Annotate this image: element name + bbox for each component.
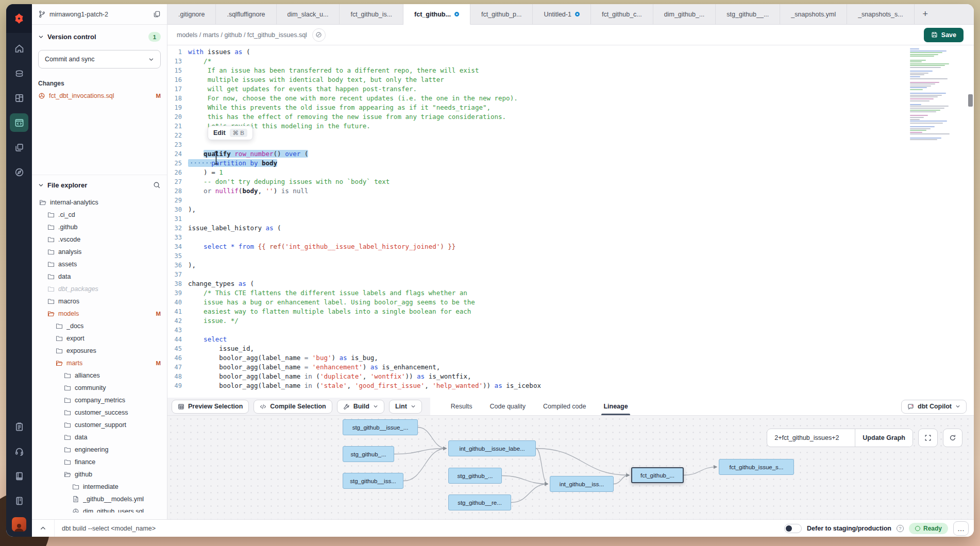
code-line[interactable]: 23: [167, 140, 974, 149]
file-tree-item[interactable]: data: [38, 270, 161, 283]
branch-name[interactable]: mirnawong1-patch-2: [49, 11, 149, 18]
build-button[interactable]: Build: [337, 400, 384, 414]
editor-tab[interactable]: dim_slack_u...: [277, 4, 340, 24]
file-tree-item[interactable]: engineering: [38, 443, 161, 456]
code-line[interactable]: 31: [167, 214, 974, 224]
lineage-panel[interactable]: stg_github__issue_...stg_github_...stg_g…: [167, 416, 974, 519]
avatar[interactable]: [12, 517, 26, 532]
editor-tab[interactable]: Untitled-1: [533, 4, 591, 24]
code-line[interactable]: 45 issue_id,: [167, 344, 974, 353]
file-tree-item[interactable]: internal-analytics: [38, 196, 161, 209]
status-badge[interactable]: Ready: [909, 523, 948, 534]
version-control-header[interactable]: Version control 1: [38, 32, 161, 42]
file-explorer-header[interactable]: File explorer: [38, 181, 161, 189]
clipboard-icon[interactable]: [10, 417, 28, 436]
code-line[interactable]: 49 boolor_agg(label_name in ('stale', 'g…: [167, 381, 974, 390]
file-tree-item[interactable]: _docs: [38, 320, 161, 332]
file-tree-item[interactable]: macros: [38, 295, 161, 308]
dbt-logo[interactable]: [6, 4, 32, 33]
dbt-copilot-button[interactable]: dbt Copilot: [901, 400, 967, 414]
code-line[interactable]: 40 issue has a bug or enhancement label.…: [167, 298, 974, 307]
code-line[interactable]: 30),: [167, 205, 974, 214]
lineage-node[interactable]: stg_github__issue_...: [343, 419, 418, 435]
file-tree-item[interactable]: .ci_cd: [38, 209, 161, 221]
code-line[interactable]: 35: [167, 251, 974, 261]
code-line[interactable]: 37: [167, 270, 974, 279]
code-line[interactable]: 13 /*: [167, 57, 974, 66]
code-line[interactable]: 36),: [167, 261, 974, 270]
stack-icon[interactable]: [10, 64, 28, 82]
file-tree-item[interactable]: community: [38, 382, 161, 394]
search-icon[interactable]: [153, 181, 161, 189]
editor-tab[interactable]: dim_github_...: [653, 4, 716, 24]
breadcrumb[interactable]: models / marts / github / fct_github_iss…: [177, 31, 307, 39]
lineage-node[interactable]: int_github__issue_labe...: [448, 440, 536, 456]
code-line[interactable]: 47 boolor_agg(label_name = 'enhancement'…: [167, 363, 974, 372]
editor-tab[interactable]: fct_github...: [403, 4, 470, 25]
compile-selection-button[interactable]: Compile Selection: [254, 400, 332, 414]
code-line[interactable]: 29: [167, 196, 974, 205]
lint-button[interactable]: Lint: [389, 400, 422, 414]
file-tree-item[interactable]: dim_github_users.sql: [38, 505, 161, 513]
file-tree-item[interactable]: data: [38, 431, 161, 443]
lineage-node[interactable]: fct_github_issue_s...: [719, 459, 794, 475]
lineage-node[interactable]: int_github__iss...: [550, 476, 614, 492]
minimap[interactable]: [910, 48, 961, 141]
home-icon[interactable]: [10, 39, 28, 58]
editor-tab[interactable]: stg_github__...: [716, 4, 780, 24]
command-input[interactable]: dbt build --select <model_name>: [62, 525, 156, 532]
file-tree-item[interactable]: export: [38, 332, 161, 345]
help-icon[interactable]: ?: [897, 525, 904, 532]
code-line[interactable]: 24 qualify row_number() over (: [167, 149, 974, 159]
editor-tab[interactable]: fct_github_p...: [470, 4, 533, 24]
editor-tab[interactable]: .gitignore: [167, 4, 216, 24]
grid-icon[interactable]: [10, 89, 28, 107]
code-line[interactable]: 39 /* This CTE flattens the different is…: [167, 288, 974, 298]
code-editor-icon[interactable]: [10, 113, 28, 132]
code-line[interactable]: 26 ) = 1: [167, 168, 974, 177]
result-tab[interactable]: Lineage: [603, 398, 628, 415]
view-docs-icon[interactable]: [312, 28, 326, 42]
save-button[interactable]: Save: [924, 28, 964, 42]
defer-toggle[interactable]: [784, 524, 802, 533]
code-line[interactable]: 22: [167, 131, 974, 140]
lineage-node[interactable]: fct_github_...: [631, 467, 684, 483]
code-line[interactable]: 43: [167, 326, 974, 335]
file-tree-item[interactable]: customer_support: [38, 419, 161, 431]
lineage-node[interactable]: stg_github_...: [343, 446, 394, 462]
file-tree-item[interactable]: analysis: [38, 246, 161, 258]
editor-tab[interactable]: fct_github_is...: [340, 4, 403, 24]
code-line[interactable]: 46 boolor_agg(label_name = 'bug') as is_…: [167, 353, 974, 363]
code-line[interactable]: 25 partition by body: [167, 159, 974, 168]
file-tree-item[interactable]: alliances: [38, 369, 161, 382]
book-icon[interactable]: [10, 467, 28, 485]
result-tab[interactable]: Compiled code: [543, 398, 586, 415]
preview-selection-button[interactable]: Preview Selection: [172, 400, 249, 414]
code-line[interactable]: 18 For now, choose the one with more rec…: [167, 94, 974, 103]
result-tab[interactable]: Code quality: [490, 398, 526, 415]
file-tree-item[interactable]: martsM: [38, 357, 161, 369]
editor-tab[interactable]: .sqlfluffignore: [216, 4, 276, 24]
file-tree-item[interactable]: company_metrics: [38, 394, 161, 406]
file-tree-item[interactable]: finance: [38, 456, 161, 468]
editor-tab[interactable]: _snapshots_s...: [847, 4, 915, 24]
file-tree-item[interactable]: dbt_packages: [38, 283, 161, 295]
editor-tab[interactable]: fct_github_c...: [591, 4, 653, 24]
copy-icon[interactable]: [153, 10, 161, 18]
file-tree-item[interactable]: .vscode: [38, 233, 161, 246]
code-line[interactable]: 15 If an issue has been transferred to a…: [167, 66, 974, 75]
code-line[interactable]: 19 While this prevents the old issue fro…: [167, 103, 974, 112]
lineage-node[interactable]: stg_github_...: [448, 468, 502, 484]
update-graph-button[interactable]: Update Graph: [855, 429, 913, 447]
file-tree-item[interactable]: .github: [38, 221, 161, 233]
file-tree-item[interactable]: github: [38, 468, 161, 481]
notebook-icon[interactable]: [10, 491, 28, 510]
code-line[interactable]: 21 Let's revisit this modeling in the fu…: [167, 122, 974, 131]
compass-icon[interactable]: [10, 163, 28, 181]
lineage-node[interactable]: stg_github__iss...: [343, 473, 403, 489]
file-tree-item[interactable]: _github__models.yml: [38, 493, 161, 505]
code-line[interactable]: 42 issue. */: [167, 316, 974, 326]
code-line[interactable]: 48 boolor_agg(label_name in ('duplicate'…: [167, 372, 974, 381]
lineage-node[interactable]: stg_github__re...: [448, 494, 511, 510]
file-tree-item[interactable]: intermediate: [38, 481, 161, 493]
